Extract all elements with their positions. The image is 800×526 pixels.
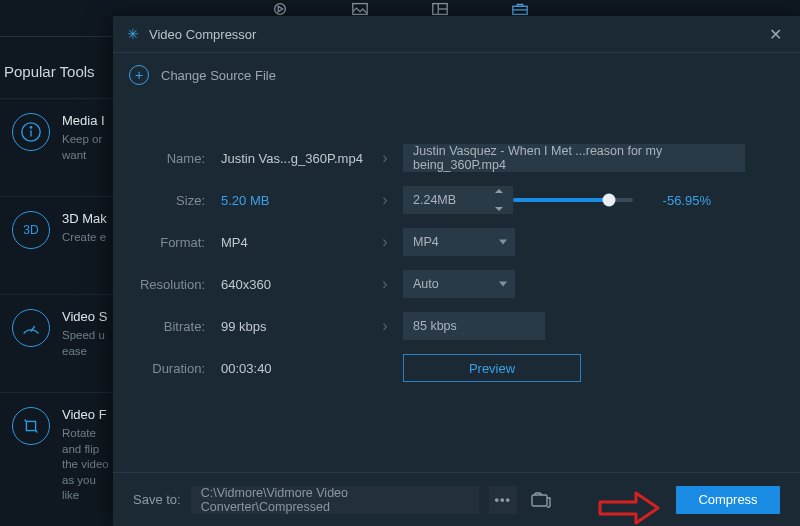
label-name: Name: [129, 151, 221, 166]
row-size: Size: 5.20 MB › 2.24MB -56.95% [129, 179, 776, 221]
popular-tools-heading: Popular Tools [0, 36, 113, 98]
dialog-body: Name: Justin Vas...g_360P.mp4 › Justin V… [113, 97, 800, 472]
chevron-right-icon: › [371, 275, 399, 293]
tool-card[interactable]: 3D 3D MakCreate e [0, 196, 113, 294]
dialog-title: Video Compressor [149, 27, 256, 42]
chevron-right-icon: › [371, 233, 399, 251]
rotate-icon [12, 407, 50, 445]
dialog-footer: Save to: C:\Vidmore\Vidmore Video Conver… [113, 472, 800, 526]
bitrate-value: 85 kbps [403, 312, 545, 340]
preview-button[interactable]: Preview [403, 354, 581, 382]
current-bitrate: 99 kbps [221, 319, 371, 334]
dialog-header: ✳ Video Compressor ✕ [113, 16, 800, 52]
card-sub: Speed u ease [62, 328, 113, 359]
resolution-select[interactable]: Auto [403, 270, 515, 298]
chevron-right-icon: › [371, 149, 399, 167]
row-duration: Duration: 00:03:40 › Preview [129, 347, 776, 389]
current-duration: 00:03:40 [221, 361, 371, 376]
chevron-down-icon [499, 240, 507, 245]
save-path-field[interactable]: C:\Vidmore\Vidmore Video Converter\Compr… [191, 486, 479, 514]
compress-button[interactable]: Compress [676, 486, 780, 514]
current-format: MP4 [221, 235, 371, 250]
svg-point-9 [30, 127, 31, 128]
label-bitrate: Bitrate: [129, 319, 221, 334]
gauge-icon [12, 309, 50, 347]
size-slider[interactable] [513, 198, 633, 202]
tool-card[interactable]: Video SSpeed u ease [0, 294, 113, 392]
tool-card[interactable]: Media IKeep or want [0, 98, 113, 196]
row-name: Name: Justin Vas...g_360P.mp4 › Justin V… [129, 137, 776, 179]
chevron-right-icon: › [371, 191, 399, 209]
size-percent: -56.95% [651, 193, 711, 208]
plus-icon: + [129, 65, 149, 85]
save-to-label: Save to: [133, 492, 181, 507]
popular-tools-panel: Popular Tools Media IKeep or want 3D 3D … [0, 36, 113, 526]
annotation-arrow-icon [598, 490, 660, 527]
card-title: Media I [62, 113, 113, 128]
video-compressor-dialog: ✳ Video Compressor ✕ + Change Source Fil… [113, 16, 800, 526]
close-icon[interactable]: ✕ [765, 21, 786, 48]
card-title: 3D Mak [62, 211, 107, 226]
svg-rect-11 [26, 421, 35, 430]
svg-rect-12 [532, 495, 547, 506]
change-source-label: Change Source File [161, 68, 276, 83]
label-resolution: Resolution: [129, 277, 221, 292]
current-resolution: 640x360 [221, 277, 371, 292]
open-folder-icon[interactable] [527, 486, 555, 514]
row-bitrate: Bitrate: 99 kbps › 85 kbps [129, 305, 776, 347]
label-format: Format: [129, 235, 221, 250]
tool-card[interactable]: Video FRotate and flip the video as you … [0, 392, 113, 490]
browse-button[interactable]: ••• [489, 486, 517, 514]
change-source-row[interactable]: + Change Source File [113, 53, 800, 97]
size-stepper[interactable] [495, 189, 507, 211]
card-sub: Keep or want [62, 132, 113, 163]
info-icon [12, 113, 50, 151]
size-input[interactable]: 2.24MB [403, 186, 513, 214]
format-select[interactable]: MP4 [403, 228, 515, 256]
chevron-down-icon [499, 282, 507, 287]
compressor-logo-icon: ✳ [127, 26, 139, 42]
row-resolution: Resolution: 640x360 › Auto [129, 263, 776, 305]
card-title: Video F [62, 407, 113, 422]
3d-icon: 3D [12, 211, 50, 249]
card-title: Video S [62, 309, 113, 324]
current-name: Justin Vas...g_360P.mp4 [221, 151, 371, 166]
row-format: Format: MP4 › MP4 [129, 221, 776, 263]
card-sub: Rotate and flip the video as you like [62, 426, 113, 504]
chevron-right-icon: › [371, 317, 399, 335]
current-size: 5.20 MB [221, 193, 371, 208]
name-input[interactable]: Justin Vasquez - When I Met ...reason fo… [403, 144, 745, 172]
card-sub: Create e [62, 230, 107, 246]
label-duration: Duration: [129, 361, 221, 376]
label-size: Size: [129, 193, 221, 208]
